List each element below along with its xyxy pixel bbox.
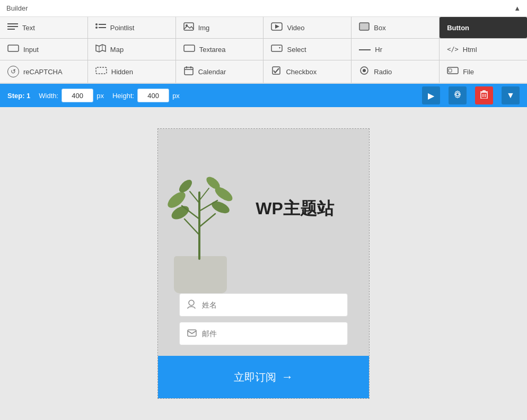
delete-button[interactable] <box>475 86 493 104</box>
svg-rect-22 <box>185 67 193 75</box>
height-label: Height: <box>112 92 134 100</box>
width-input[interactable] <box>62 89 93 102</box>
toolbar-item-captcha[interactable]: ↺ reCAPTCHA <box>0 60 87 83</box>
radio-icon <box>359 66 370 77</box>
hr-icon <box>359 45 371 54</box>
email-input[interactable] <box>202 329 340 338</box>
svg-rect-30 <box>449 69 452 72</box>
form-widget: WP主题站 立即订阅 → <box>157 128 370 399</box>
toolbar-item-select[interactable]: Select <box>264 39 351 60</box>
toolbar-button-label: Button <box>447 24 469 32</box>
svg-marker-19 <box>279 47 280 49</box>
svg-marker-10 <box>275 24 279 29</box>
toolbar-item-map[interactable]: Map <box>88 39 175 60</box>
toolbar-input-label: Input <box>23 46 39 54</box>
toolbar-img-label: Img <box>198 24 210 32</box>
height-input[interactable] <box>137 89 169 102</box>
toolbar-hidden-label: Hidden <box>111 68 133 76</box>
svg-point-5 <box>95 27 98 29</box>
toolbar-item-button[interactable]: Button <box>440 17 527 38</box>
svg-line-45 <box>190 191 199 203</box>
name-input[interactable] <box>202 301 340 309</box>
toolbar: Text Pointlist Img Video Box Button Inpu… <box>0 17 527 84</box>
textarea-icon <box>183 45 195 54</box>
toolbar-item-hr[interactable]: Hr <box>352 39 439 60</box>
settings-icon <box>453 90 462 101</box>
collapse-icon[interactable]: ▲ <box>514 4 521 12</box>
toolbar-text-label: Text <box>22 24 35 32</box>
cta-text: 立即订阅 <box>234 370 276 384</box>
toolbar-item-text[interactable]: Text <box>0 17 87 38</box>
toolbar-item-checkbox[interactable]: Checkbox <box>264 60 351 83</box>
svg-line-41 <box>199 214 215 227</box>
canvas-area: WP主题站 立即订阅 → <box>0 107 527 420</box>
svg-point-49 <box>189 300 194 305</box>
toolbar-file-label: File <box>463 68 474 76</box>
builder-title: Builder <box>6 4 28 12</box>
svg-rect-11 <box>359 23 369 30</box>
svg-rect-7 <box>184 23 194 30</box>
hidden-icon <box>95 67 107 76</box>
toolbar-radio-label: Radio <box>374 68 392 76</box>
svg-point-28 <box>363 69 366 72</box>
delete-icon <box>480 90 488 101</box>
toolbar-captcha-label: reCAPTCHA <box>23 68 63 76</box>
toolbar-textarea-label: Textarea <box>199 46 226 54</box>
toolbar-item-radio[interactable]: Radio <box>352 60 439 83</box>
img-icon <box>183 22 194 33</box>
select-icon <box>271 45 283 54</box>
checkbox-icon <box>271 66 282 77</box>
play-icon: ▶ <box>428 91 434 101</box>
step-bar: Step: 1 Width: px Height: px ▶ ▼ <box>0 84 527 107</box>
box-icon <box>359 22 370 33</box>
svg-line-47 <box>199 188 209 200</box>
plant-decoration <box>158 150 264 293</box>
width-unit: px <box>96 92 104 100</box>
width-field-group: Width: px <box>39 89 104 102</box>
widget-cta[interactable]: 立即订阅 → <box>158 356 369 398</box>
toolbar-item-img[interactable]: Img <box>176 17 264 38</box>
toolbar-item-box[interactable]: Box <box>352 17 439 38</box>
svg-point-31 <box>456 93 459 96</box>
name-field[interactable] <box>179 293 348 317</box>
toolbar-item-pointlist[interactable]: Pointlist <box>88 17 175 38</box>
toolbar-checkbox-label: Checkbox <box>286 68 317 76</box>
expand-icon: ▼ <box>506 91 515 100</box>
toolbar-item-file[interactable]: File <box>440 60 527 83</box>
name-field-icon <box>187 300 197 311</box>
settings-button[interactable] <box>449 86 467 104</box>
toolbar-item-textarea[interactable]: Textarea <box>176 39 264 60</box>
svg-point-3 <box>95 23 98 25</box>
email-field[interactable] <box>179 322 348 345</box>
toolbar-item-hidden[interactable]: Hidden <box>88 60 175 83</box>
toolbar-html-label: Html <box>463 46 477 54</box>
toolbar-item-calendar[interactable]: Calendar <box>176 60 264 83</box>
toolbar-item-input[interactable]: Input <box>0 39 87 60</box>
toolbar-select-label: Select <box>287 46 306 54</box>
step-label: Step: 1 <box>7 92 30 100</box>
toolbar-calendar-label: Calendar <box>198 68 226 76</box>
toolbar-map-label: Map <box>110 46 124 54</box>
toolbar-hr-label: Hr <box>375 46 382 54</box>
toolbar-item-html[interactable]: </> Html <box>440 39 527 60</box>
svg-rect-50 <box>188 330 196 336</box>
widget-image-section: WP主题站 <box>158 129 369 293</box>
svg-rect-12 <box>8 45 19 51</box>
email-field-icon <box>187 329 197 338</box>
pointlist-icon <box>95 22 106 33</box>
plant-svg <box>158 150 264 293</box>
html-icon: </> <box>447 46 459 53</box>
widget-title: WP主题站 <box>256 197 334 221</box>
svg-marker-14 <box>96 45 106 52</box>
height-unit: px <box>172 92 180 100</box>
width-label: Width: <box>39 92 58 100</box>
svg-rect-29 <box>447 67 458 74</box>
map-icon <box>95 44 106 55</box>
expand-button[interactable]: ▼ <box>502 86 520 104</box>
toolbar-item-video[interactable]: Video <box>264 17 351 38</box>
svg-rect-18 <box>271 45 282 51</box>
text-icon <box>7 22 18 33</box>
widget-fields <box>158 293 369 356</box>
play-button[interactable]: ▶ <box>422 86 440 104</box>
svg-rect-21 <box>96 67 107 74</box>
